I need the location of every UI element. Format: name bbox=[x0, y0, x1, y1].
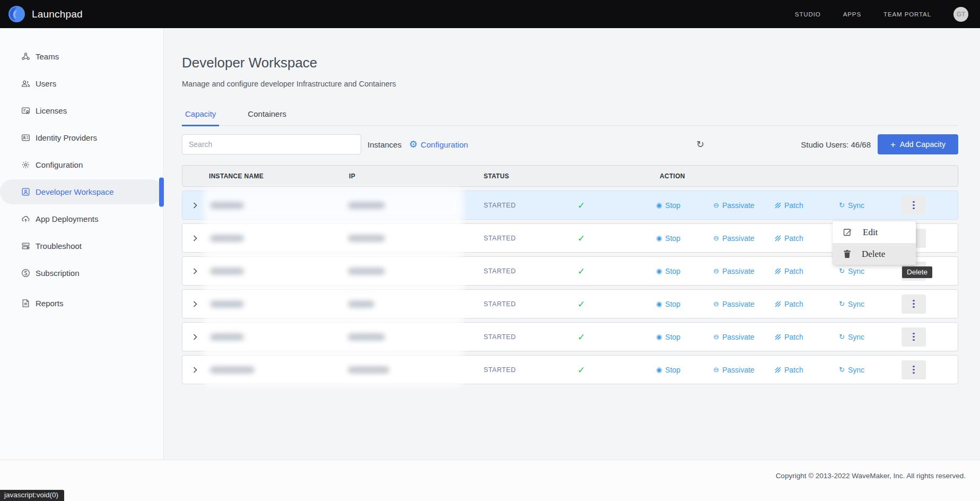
passivate-icon: ⊖ bbox=[713, 333, 719, 340]
stop-action[interactable]: ◉Stop bbox=[656, 201, 680, 210]
status-text: STARTED bbox=[484, 366, 516, 374]
passivate-action[interactable]: ⊖Passivate bbox=[713, 366, 755, 374]
add-capacity-label: Add Capacity bbox=[900, 140, 946, 149]
patch-label: Patch bbox=[784, 234, 803, 243]
sync-action[interactable]: ↻Sync bbox=[839, 201, 864, 210]
sidebar-item-subscription[interactable]: Subscription bbox=[0, 260, 163, 287]
stop-action[interactable]: ◉Stop bbox=[656, 234, 680, 243]
menu-item-delete[interactable]: Delete bbox=[833, 243, 916, 265]
studio-users-count: Studio Users: 46/68 bbox=[801, 140, 871, 149]
stop-action[interactable]: ◉Stop bbox=[656, 267, 680, 275]
configuration-icon bbox=[21, 160, 30, 169]
stop-icon: ◉ bbox=[656, 300, 662, 307]
sidebar-item-identity-providers[interactable]: Identity Providers bbox=[0, 124, 163, 151]
sync-action[interactable]: ↻Sync bbox=[839, 333, 864, 341]
chevron-right-icon[interactable] bbox=[193, 267, 197, 274]
status-text: STARTED bbox=[484, 267, 516, 275]
table-row[interactable]: STARTED ✓ ◉Stop ⊖Passivate Patch ↻Sync bbox=[182, 355, 958, 384]
column-status: STATUS bbox=[484, 172, 509, 180]
stop-action[interactable]: ◉Stop bbox=[656, 333, 680, 341]
configuration-link-label: Configuration bbox=[421, 140, 468, 149]
stop-icon: ◉ bbox=[656, 202, 662, 209]
add-capacity-button[interactable]: + Add Capacity bbox=[878, 134, 958, 154]
sidebar-item-troubleshoot[interactable]: Troubleshoot bbox=[0, 232, 163, 260]
tab-capacity[interactable]: Capacity bbox=[182, 109, 219, 126]
passivate-label: Passivate bbox=[722, 366, 755, 374]
patch-action[interactable]: Patch bbox=[775, 201, 803, 210]
sidebar-item-users[interactable]: Users bbox=[0, 70, 163, 97]
search-input[interactable] bbox=[182, 134, 361, 154]
chevron-right-icon[interactable] bbox=[193, 235, 197, 241]
stop-label: Stop bbox=[665, 333, 680, 341]
sidebar-item-label: App Deployments bbox=[36, 214, 98, 223]
patch-action[interactable]: Patch bbox=[775, 267, 803, 275]
sync-action[interactable]: ↻Sync bbox=[839, 300, 864, 308]
row-menu-button[interactable] bbox=[902, 360, 926, 379]
page-subtitle: Manage and configure developer Infrastru… bbox=[182, 80, 958, 88]
sidebar-item-app-deployments[interactable]: App Deployments bbox=[0, 205, 163, 232]
passivate-label: Passivate bbox=[722, 333, 755, 341]
sync-action[interactable]: ↻Sync bbox=[839, 366, 864, 374]
sync-action[interactable]: ↻Sync bbox=[839, 267, 864, 275]
chevron-right-icon[interactable] bbox=[193, 202, 197, 209]
patch-icon bbox=[775, 202, 781, 209]
chevron-right-icon[interactable] bbox=[193, 333, 197, 340]
sidebar-item-reports[interactable]: Reports bbox=[0, 290, 163, 317]
nav-team-portal[interactable]: TEAM PORTAL bbox=[883, 11, 931, 18]
passivate-action[interactable]: ⊖Passivate bbox=[713, 333, 755, 341]
row-menu-button[interactable] bbox=[902, 327, 926, 347]
sync-label: Sync bbox=[848, 366, 864, 374]
sidebar-item-configuration[interactable]: Configuration bbox=[0, 151, 163, 178]
passivate-action[interactable]: ⊖Passivate bbox=[713, 201, 755, 210]
sidebar-item-teams[interactable]: Teams bbox=[0, 43, 163, 70]
chevron-right-icon[interactable] bbox=[193, 300, 197, 307]
tab-containers[interactable]: Containers bbox=[244, 109, 290, 125]
nav-studio[interactable]: STUDIO bbox=[795, 11, 821, 18]
sync-icon: ↻ bbox=[839, 267, 845, 274]
instances-label: Instances bbox=[368, 140, 401, 149]
sidebar-item-licenses[interactable]: Licenses bbox=[0, 97, 163, 124]
row-menu-button[interactable] bbox=[902, 295, 926, 314]
status-text: STARTED bbox=[484, 235, 516, 242]
patch-action[interactable]: Patch bbox=[775, 333, 803, 341]
sidebar-item-label: Teams bbox=[36, 52, 59, 61]
sync-icon: ↻ bbox=[839, 202, 845, 209]
patch-action[interactable]: Patch bbox=[775, 300, 803, 308]
configuration-link[interactable]: ⚙ Configuration bbox=[409, 140, 468, 149]
passivate-action[interactable]: ⊖Passivate bbox=[713, 300, 755, 308]
passivate-icon: ⊖ bbox=[713, 235, 719, 241]
sidebar-item-label: Users bbox=[36, 79, 56, 88]
status-ok-icon: ✓ bbox=[578, 200, 585, 211]
footer: Copyright © 2013-2022 WaveMaker, Inc. Al… bbox=[0, 460, 980, 501]
row-menu-button[interactable] bbox=[902, 196, 926, 215]
menu-item-edit[interactable]: Edit bbox=[833, 221, 916, 243]
patch-action[interactable]: Patch bbox=[775, 234, 803, 243]
redacted-ip bbox=[348, 267, 385, 274]
sync-icon: ↻ bbox=[839, 333, 845, 340]
brand[interactable]: Launchpad bbox=[8, 6, 83, 22]
status-ok-icon: ✓ bbox=[578, 365, 585, 375]
redacted-instance-name bbox=[210, 267, 244, 274]
stop-action[interactable]: ◉Stop bbox=[656, 300, 680, 308]
brand-name: Launchpad bbox=[32, 8, 83, 20]
passivate-action[interactable]: ⊖Passivate bbox=[713, 234, 755, 243]
stop-action[interactable]: ◉Stop bbox=[656, 366, 680, 374]
table-row[interactable]: STARTED ✓ ◉Stop ⊖Passivate Patch ↻Sync bbox=[182, 191, 958, 220]
top-navbar: Launchpad STUDIO APPS TEAM PORTAL GT bbox=[0, 0, 980, 28]
stop-label: Stop bbox=[665, 234, 680, 243]
patch-icon bbox=[775, 367, 781, 373]
sidebar-item-developer-workspace[interactable]: Developer Workspace bbox=[0, 179, 163, 204]
chevron-right-icon[interactable] bbox=[193, 366, 197, 373]
passivate-action[interactable]: ⊖Passivate bbox=[713, 267, 755, 275]
nav-apps[interactable]: APPS bbox=[843, 11, 861, 18]
avatar[interactable]: GT bbox=[953, 7, 968, 22]
identity-providers-icon bbox=[21, 133, 30, 142]
users-icon bbox=[21, 79, 30, 88]
redacted-instance-name bbox=[210, 202, 244, 209]
table-row[interactable]: STARTED ✓ ◉Stop ⊖Passivate Patch ↻Sync bbox=[182, 322, 958, 351]
stop-icon: ◉ bbox=[656, 333, 662, 340]
table-row[interactable]: STARTED ✓ ◉Stop ⊖Passivate Patch ↻Sync bbox=[182, 289, 958, 318]
refresh-icon[interactable]: ↻ bbox=[696, 140, 704, 149]
sync-label: Sync bbox=[848, 300, 864, 308]
patch-action[interactable]: Patch bbox=[775, 366, 803, 374]
